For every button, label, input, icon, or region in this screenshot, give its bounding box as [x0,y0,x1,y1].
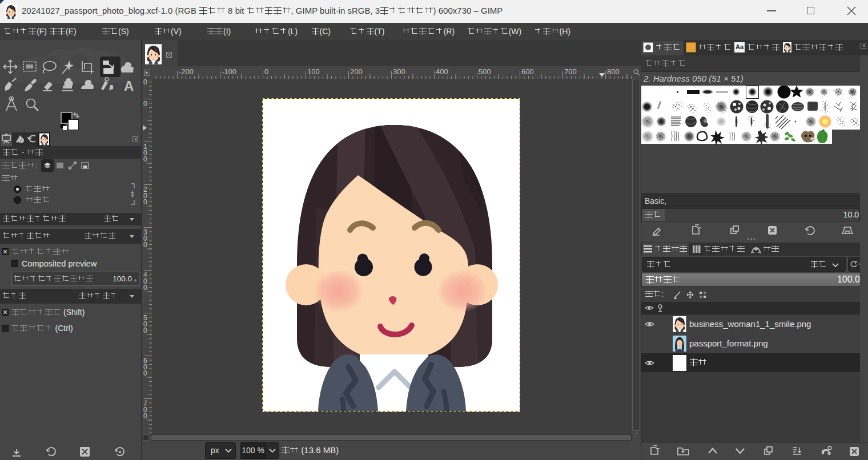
svg-text:0: 0 [264,67,268,76]
svg-text:500: 500 [479,67,491,76]
svg-text:200: 200 [350,67,363,76]
svg-text:0: 0 [143,284,147,292]
svg-text:300: 300 [393,67,405,76]
svg-text:0: 0 [143,326,147,334]
svg-text:400: 400 [436,67,448,76]
svg-text:0: 0 [143,198,147,206]
svg-text:0: 0 [143,155,147,163]
svg-text:700: 700 [564,67,577,76]
svg-text:100: 100 [307,67,320,76]
svg-text:-200: -200 [179,67,194,76]
svg-text:0: 0 [143,79,147,86]
svg-text:0: 0 [143,369,147,377]
svg-text:0: 0 [143,241,147,249]
svg-text:i: i [21,139,22,144]
svg-text:800: 800 [607,67,620,76]
svg-text:0: 0 [143,412,147,420]
svg-text:A: A [124,78,134,94]
svg-text:600: 600 [521,67,534,76]
svg-text:-100: -100 [222,67,236,76]
svg-text:0: 0 [143,100,147,108]
